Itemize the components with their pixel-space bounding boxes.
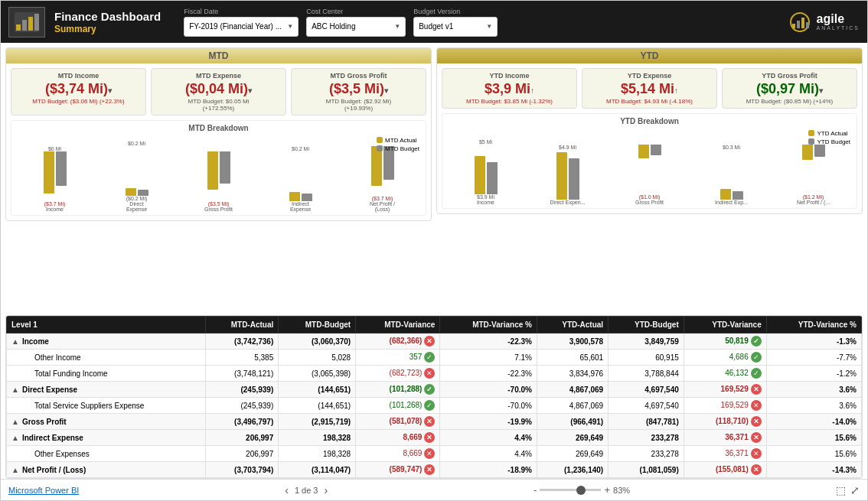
zoom-thumb[interactable] xyxy=(576,486,586,495)
next-page-button[interactable]: › xyxy=(325,484,328,496)
page-nav: ‹ 1 de 3 › xyxy=(285,484,328,496)
ytd-breakdown: YTD Breakdown YTD Actual YTD Budget $5 M… xyxy=(442,113,857,209)
cell-mtd-variance-pct: -70.0% xyxy=(440,398,537,414)
cell-ytd-budget: 4,697,540 xyxy=(609,398,684,414)
cell-ytd-variance: (155,081)✕ xyxy=(684,462,766,478)
mtd-variance-icon: ✓ xyxy=(424,352,435,363)
expand-icon[interactable]: ▲ xyxy=(11,466,19,474)
cell-mtd-variance-pct: 4.4% xyxy=(440,446,537,462)
cell-ytd-budget: 4,697,540 xyxy=(609,382,684,398)
ytd-income-budget: MTD Budget: $3.85 Mi (-1.32%) xyxy=(447,98,572,105)
ytd-gp-label: YTD Gross Profit xyxy=(727,72,852,80)
budget-version-label: Budget Version xyxy=(413,8,498,15)
cell-ytd-actual: 269,649 xyxy=(537,446,608,462)
cell-ytd-variance: 4,686✓ xyxy=(684,350,766,366)
cell-mtd-variance-pct: 4.4% xyxy=(440,430,537,446)
cell-ytd-variance-pct: -7.7% xyxy=(766,350,861,366)
mtd-gp-label: MTD Gross Profit xyxy=(296,72,421,80)
mtd-expense-card: MTD Expense ($0,04 Mi)▾ MTD Budget: $0.0… xyxy=(151,68,286,115)
mtd-panel: MTD MTD Income ($3,74 Mi)▾ MTD Budget: (… xyxy=(5,47,432,311)
ytd-variance-icon: ✕ xyxy=(751,416,762,427)
svg-rect-2 xyxy=(22,20,27,31)
ytd-income-card: YTD Income $3,9 Mi↑ MTD Budget: $3.85 Mi… xyxy=(442,68,577,109)
svg-rect-3 xyxy=(28,17,33,31)
cost-center-chevron: ▼ xyxy=(394,23,400,30)
logo-box xyxy=(8,7,45,37)
page-indicator: 1 de 3 xyxy=(295,486,318,495)
expand-icon[interactable]: ▲ xyxy=(11,337,19,346)
ytd-expense-value: $5,14 Mi↑ xyxy=(587,81,712,98)
mtd-breakdown-title: MTD Breakdown xyxy=(15,124,423,132)
cost-center-select[interactable]: ABC Holding ▼ xyxy=(306,17,406,37)
table-row: ▲Indirect Expense 206,997 198,328 8,669✕… xyxy=(7,430,862,446)
cell-ytd-actual: 3,900,578 xyxy=(537,333,608,350)
cell-level1: ▲Net Profit / (Loss) xyxy=(7,462,206,478)
zoom-plus-button[interactable]: + xyxy=(604,484,610,496)
svg-rect-8 xyxy=(801,18,804,28)
expand-icon[interactable]: ▲ xyxy=(11,386,19,394)
cell-mtd-budget: (3,114,047) xyxy=(279,462,356,478)
data-table-section: Level 1 MTD-Actual MTD-Budget MTD-Varian… xyxy=(5,315,863,479)
finance-table: Level 1 MTD-Actual MTD-Budget MTD-Varian… xyxy=(6,316,862,478)
fiscal-date-label: Fiscal Date xyxy=(184,8,299,15)
cell-ytd-actual: 4,867,069 xyxy=(537,382,608,398)
fiscal-date-value: FY-2019 (Financial Year) ... xyxy=(189,22,282,31)
cell-mtd-variance: (682,366)✕ xyxy=(356,333,440,350)
ytd-expense-label: YTD Expense xyxy=(587,72,712,80)
cell-ytd-budget: 3,788,844 xyxy=(609,366,684,382)
header-title-block: Finance Dashboard Summary xyxy=(54,10,161,34)
col-ytd-actual: YTD-Actual xyxy=(537,317,608,333)
ytd-gp-budget: MTD Budget: ($0.85 Mi) (+14%) xyxy=(727,98,852,105)
budget-version-select[interactable]: Budget v1 ▼ xyxy=(413,17,498,37)
header-right: agile ANALYTICS xyxy=(786,11,860,33)
fullscreen-icon[interactable]: ⤢ xyxy=(850,484,860,496)
cost-center-label: Cost Center xyxy=(306,8,406,15)
expand-icon[interactable]: ▲ xyxy=(11,434,19,442)
zoom-slider[interactable] xyxy=(540,489,601,491)
cell-mtd-budget: (144,651) xyxy=(279,398,356,414)
cell-mtd-variance-pct: -18.9% xyxy=(440,462,537,478)
cell-mtd-budget: 5,028 xyxy=(279,350,356,366)
cell-mtd-actual: (3,748,121) xyxy=(205,366,279,382)
mtd-variance-icon: ✕ xyxy=(424,416,435,427)
ytd-expense-budget: MTD Budget: $4.93 Mi (-4.18%) xyxy=(587,98,712,105)
cell-mtd-variance-pct: 7.1% xyxy=(440,350,537,366)
footer-icons: ⬚ ⤢ xyxy=(836,484,860,496)
table-header-row: Level 1 MTD-Actual MTD-Budget MTD-Varian… xyxy=(7,317,862,333)
budget-version-group: Budget Version Budget v1 ▼ xyxy=(413,8,498,37)
cell-mtd-budget: (2,915,719) xyxy=(279,414,356,430)
fiscal-date-select[interactable]: FY-2019 (Financial Year) ... ▼ xyxy=(184,17,299,37)
cell-ytd-budget: 233,278 xyxy=(609,430,684,446)
cell-ytd-variance-pct: 15.6% xyxy=(766,446,861,462)
cell-ytd-variance-pct: -1.2% xyxy=(766,366,861,382)
cell-mtd-actual: (3,496,797) xyxy=(205,414,279,430)
mtd-breakdown: MTD Breakdown MTD Actual MTD Budget $0 M… xyxy=(11,120,426,216)
budget-version-chevron: ▼ xyxy=(486,23,492,30)
cell-mtd-actual: (245,939) xyxy=(205,382,279,398)
col-mtd-budget: MTD-Budget xyxy=(279,317,356,333)
ytd-variance-icon: ✓ xyxy=(751,336,762,346)
mtd-income-value: ($3,74 Mi)▾ xyxy=(16,81,141,98)
app-title: Finance Dashboard xyxy=(54,10,161,24)
cell-ytd-variance: 169,529✕ xyxy=(684,382,766,398)
cell-ytd-actual: 65,601 xyxy=(537,350,608,366)
header: Finance Dashboard Summary Fiscal Date FY… xyxy=(1,1,867,43)
export-icon[interactable]: ⬚ xyxy=(836,484,846,496)
ytd-variance-icon: ✕ xyxy=(751,448,762,459)
prev-page-button[interactable]: ‹ xyxy=(285,484,289,496)
ytd-variance-icon: ✕ xyxy=(751,384,762,395)
zoom-minus-button[interactable]: - xyxy=(534,484,537,496)
cell-ytd-variance-pct: -1.3% xyxy=(766,333,861,350)
table-row: ▲Net Profit / (Loss) (3,703,794) (3,114,… xyxy=(7,462,862,478)
cell-mtd-actual: (245,939) xyxy=(205,398,279,414)
col-ytd-variance-pct: YTD-Variance % xyxy=(766,317,861,333)
cell-mtd-actual: 206,997 xyxy=(205,446,279,462)
cell-ytd-variance-pct: 15.6% xyxy=(766,430,861,446)
cell-mtd-variance-pct: -22.3% xyxy=(440,333,537,350)
cell-mtd-variance: (581,078)✕ xyxy=(356,414,440,430)
expand-icon[interactable]: ▲ xyxy=(11,418,19,426)
mtd-income-card: MTD Income ($3,74 Mi)▾ MTD Budget: ($3.0… xyxy=(11,68,146,115)
powerbi-link[interactable]: Microsoft Power BI xyxy=(8,486,79,495)
ytd-income-label: YTD Income xyxy=(447,72,572,80)
cell-mtd-variance-pct: -19.9% xyxy=(440,414,537,430)
